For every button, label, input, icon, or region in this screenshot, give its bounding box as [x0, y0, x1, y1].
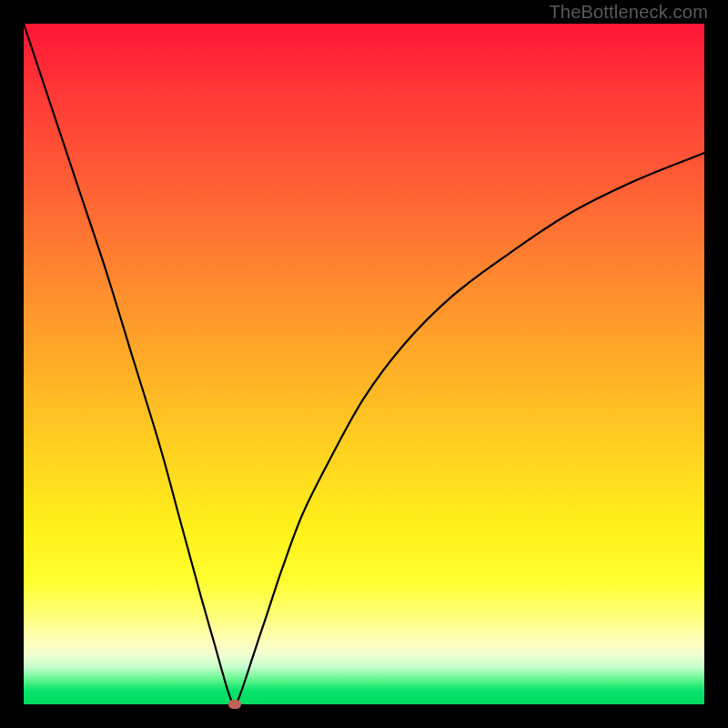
watermark-text: TheBottleneck.com [549, 2, 708, 23]
chart-frame: TheBottleneck.com [0, 0, 728, 728]
optimal-point-marker [228, 700, 241, 709]
plot-area [24, 24, 704, 704]
bottleneck-curve [24, 24, 704, 704]
